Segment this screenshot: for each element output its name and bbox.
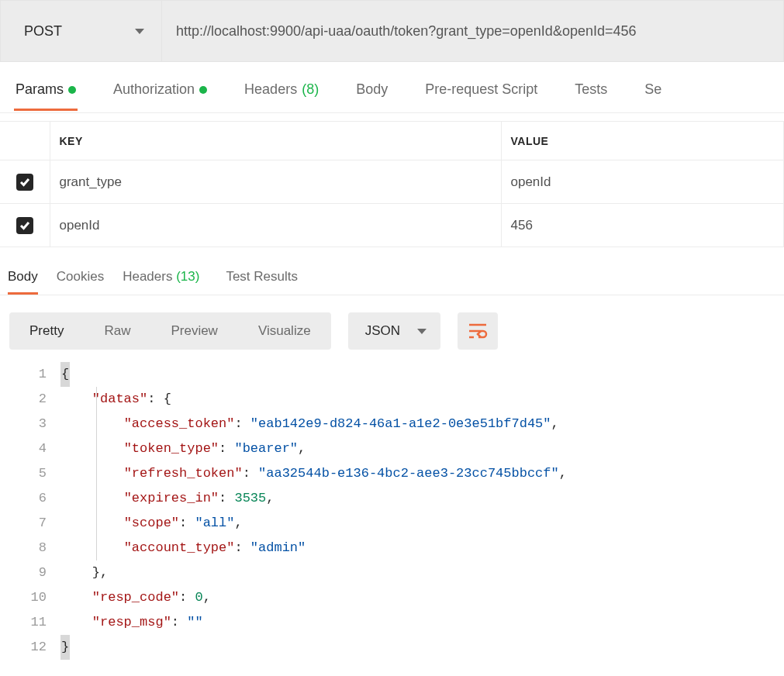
line-number: 10 — [0, 585, 47, 610]
json-code[interactable]: { "datas": { "access_token": "eab142e9-d… — [60, 362, 784, 660]
url-text: http://localhost:9900/api-uaa/oauth/toke… — [176, 23, 636, 40]
line-number: 2 — [0, 387, 47, 412]
params-table: KEY VALUE grant_typeopenIdopenId456 — [0, 121, 784, 247]
checkbox[interactable] — [16, 174, 33, 191]
resp-tab-label: Headers — [123, 269, 172, 284]
resp-tab-headers[interactable]: Headers (13) — [123, 260, 199, 294]
tab-label: Tests — [575, 81, 607, 98]
tab-label: Params — [16, 81, 64, 98]
lang-label: JSON — [365, 323, 400, 339]
request-url-bar: POST http://localhost:9900/api-uaa/oauth… — [0, 0, 784, 62]
tab-body[interactable]: Body — [356, 71, 388, 110]
view-mode-visualize[interactable]: Visualize — [238, 312, 331, 350]
line-number: 11 — [0, 610, 47, 635]
tab-label: Body — [356, 81, 388, 98]
response-view-toolbar: PrettyRawPreviewVisualize JSON — [0, 295, 784, 359]
view-mode-pretty[interactable]: Pretty — [9, 312, 84, 350]
line-number: 8 — [0, 536, 47, 560]
tab-label: Pre-request Script — [425, 81, 537, 98]
param-row: grant_typeopenId — [0, 160, 784, 204]
http-method-label: POST — [24, 23, 62, 40]
response-tabs: BodyCookiesHeaders (13)Test Results — [0, 258, 784, 295]
tab-authorization[interactable]: Authorization — [113, 71, 207, 110]
tab-label: Headers — [244, 81, 297, 98]
line-number: 12 — [0, 635, 47, 660]
status-dot-icon — [199, 86, 207, 94]
param-row: openId456 — [0, 204, 784, 247]
line-number: 9 — [0, 560, 47, 585]
http-method-select[interactable]: POST — [1, 1, 162, 61]
tab-tests[interactable]: Tests — [575, 71, 607, 110]
view-mode-group: PrettyRawPreviewVisualize — [9, 312, 331, 350]
view-mode-raw[interactable]: Raw — [84, 312, 150, 350]
params-value-header: VALUE — [501, 122, 784, 160]
resp-tab-label: Body — [8, 269, 38, 284]
param-checkbox-cell — [0, 204, 50, 247]
resp-tab-body[interactable]: Body — [8, 260, 38, 294]
tab-params[interactable]: Params — [16, 71, 76, 110]
params-checkbox-header — [0, 122, 50, 160]
param-value[interactable]: 456 — [501, 204, 784, 247]
wrap-icon — [468, 322, 488, 340]
request-tabs: ParamsAuthorizationHeaders (8)BodyPre-re… — [0, 68, 784, 113]
tab-label: Se — [644, 81, 661, 98]
chevron-down-icon — [135, 29, 144, 34]
param-key[interactable]: grant_type — [50, 160, 501, 204]
wrap-lines-button[interactable] — [458, 312, 498, 350]
line-number: 5 — [0, 461, 47, 486]
line-number: 4 — [0, 436, 47, 461]
param-key[interactable]: openId — [50, 204, 501, 247]
params-key-header: KEY — [50, 122, 501, 160]
line-gutter: 123456789101112 — [0, 362, 60, 660]
resp-tab-test-results[interactable]: Test Results — [226, 260, 298, 294]
tab-pre-request-script[interactable]: Pre-request Script — [425, 71, 537, 110]
line-number: 7 — [0, 511, 47, 536]
response-body: 123456789101112 { "datas": { "access_tok… — [0, 359, 784, 667]
resp-tab-count: (13) — [172, 269, 199, 284]
tab-se[interactable]: Se — [644, 71, 661, 110]
resp-tab-label: Test Results — [226, 269, 298, 284]
param-checkbox-cell — [0, 160, 50, 204]
url-input[interactable]: http://localhost:9900/api-uaa/oauth/toke… — [162, 1, 783, 61]
line-number: 6 — [0, 486, 47, 511]
lang-select[interactable]: JSON — [348, 312, 440, 350]
checkbox[interactable] — [16, 217, 33, 234]
resp-tab-label: Cookies — [57, 269, 104, 284]
tab-label: Authorization — [113, 81, 195, 98]
view-mode-preview[interactable]: Preview — [150, 312, 237, 350]
param-value[interactable]: openId — [501, 160, 784, 204]
line-number: 1 — [0, 362, 47, 387]
status-dot-icon — [68, 86, 76, 94]
tab-headers[interactable]: Headers (8) — [244, 71, 319, 110]
resp-tab-cookies[interactable]: Cookies — [57, 260, 104, 294]
tab-count: (8) — [302, 81, 319, 98]
line-number: 3 — [0, 412, 47, 436]
chevron-down-icon — [417, 329, 427, 334]
